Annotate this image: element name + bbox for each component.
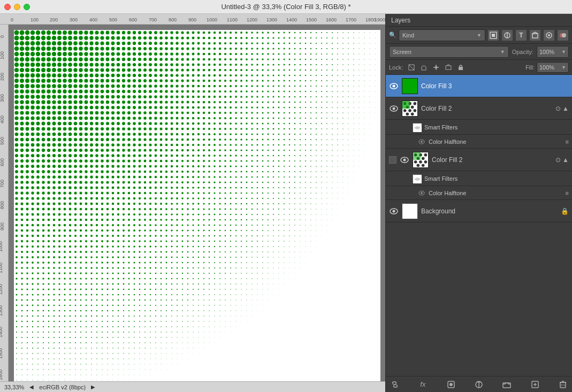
- svg-point-889: [187, 96, 189, 98]
- svg-point-802: [85, 90, 88, 94]
- svg-point-1378: [268, 134, 269, 135]
- svg-point-680: [159, 79, 163, 82]
- svg-point-874: [106, 95, 109, 98]
- svg-point-3471: [107, 332, 108, 333]
- svg-point-1381: [284, 134, 285, 135]
- svg-point-478: [170, 63, 173, 66]
- svg-point-63: [133, 31, 136, 34]
- svg-point-3107: [144, 289, 146, 290]
- svg-point-238: [342, 43, 344, 44]
- fill-input[interactable]: 100% ▼: [537, 62, 569, 73]
- svg-point-2127: [101, 197, 104, 200]
- svg-point-1550: [117, 149, 119, 151]
- svg-point-398: [106, 58, 110, 62]
- svg-point-58: [106, 31, 110, 35]
- svg-point-1018: [149, 106, 152, 109]
- type-filter-btn[interactable]: T: [515, 29, 527, 41]
- svg-point-610: [149, 74, 152, 77]
- svg-point-1542: [74, 149, 77, 152]
- status-arrow-left[interactable]: ◀: [29, 384, 34, 390]
- layer-color-fill-2-b[interactable]: Color Fill 2 ⊙ ▲: [386, 149, 572, 171]
- new-layer-btn[interactable]: [529, 379, 541, 390]
- lock-image-btn[interactable]: [418, 62, 429, 73]
- filter-options-icon-b[interactable]: ≡: [566, 190, 569, 196]
- lock-transparent-btn[interactable]: [406, 62, 417, 73]
- svg-point-881: [143, 95, 147, 98]
- svg-point-125: [100, 36, 104, 40]
- svg-point-787: [370, 86, 370, 87]
- smart-object-icon-b: ⊙: [555, 156, 561, 164]
- svg-point-2065: [106, 192, 109, 195]
- svg-point-1569: [219, 149, 221, 151]
- svg-point-1362: [181, 133, 184, 136]
- layer-link-btn[interactable]: [389, 379, 401, 390]
- opacity-input[interactable]: 100% ▼: [537, 46, 569, 58]
- svg-point-324: [73, 52, 78, 56]
- blend-mode-dropdown[interactable]: Screen ▼: [389, 46, 509, 58]
- halftone-visibility-b[interactable]: [418, 189, 425, 197]
- adjustment-filter-btn[interactable]: [501, 29, 513, 41]
- svg-point-495: [262, 64, 263, 65]
- status-arrow-right[interactable]: ▶: [91, 384, 95, 390]
- svg-point-1145: [101, 117, 104, 120]
- svg-point-494: [256, 64, 258, 65]
- svg-point-1547: [101, 149, 104, 152]
- close-button[interactable]: [4, 4, 11, 10]
- svg-point-2668: [112, 245, 114, 248]
- lock-position-btn[interactable]: [431, 62, 441, 73]
- filter-options-icon-a[interactable]: ≡: [566, 139, 569, 145]
- expand-icon-b[interactable]: ▲: [562, 156, 569, 164]
- smartobject-filter-btn[interactable]: [543, 29, 555, 41]
- svg-point-3584: [80, 348, 81, 349]
- svg-point-2857: [225, 262, 226, 263]
- svg-point-3208: [155, 299, 156, 301]
- maximize-button[interactable]: [24, 4, 30, 10]
- layer-checkbox-b[interactable]: [389, 156, 396, 164]
- delete-layer-btn[interactable]: [557, 379, 569, 390]
- layer-background[interactable]: Background 🔒: [386, 200, 572, 222]
- layer-mask-btn[interactable]: [445, 379, 457, 390]
- minimize-button[interactable]: [14, 4, 20, 10]
- svg-point-3737: [21, 374, 22, 375]
- svg-point-770: [278, 86, 280, 87]
- layer-visibility-color-fill-2-b[interactable]: [400, 155, 409, 165]
- layer-visibility-color-fill-3[interactable]: [389, 81, 399, 91]
- color-filter-btn[interactable]: [557, 29, 569, 41]
- svg-point-1116: [310, 112, 311, 113]
- pixel-filter-btn[interactable]: [487, 29, 499, 41]
- layer-fx-btn[interactable]: fx: [417, 379, 429, 390]
- svg-point-1053: [337, 107, 338, 108]
- svg-point-2489: [85, 229, 87, 232]
- halftone-visibility-a[interactable]: [418, 138, 425, 145]
- svg-point-2218: [257, 203, 258, 204]
- svg-point-1267: [31, 127, 35, 131]
- expand-icon-a[interactable]: ▲: [562, 105, 569, 112]
- svg-point-321: [57, 52, 62, 56]
- svg-point-2307: [74, 213, 77, 216]
- layer-color-fill-3[interactable]: Color Fill 3: [386, 75, 572, 97]
- svg-point-3406: [220, 321, 220, 322]
- svg-point-1074: [85, 111, 88, 115]
- layer-group-btn[interactable]: [501, 379, 513, 390]
- canvas-viewport[interactable]: [9, 25, 385, 381]
- layer-color-fill-2-a[interactable]: Color Fill 2 ⊙ ▲: [386, 97, 572, 120]
- svg-point-2334: [219, 214, 221, 216]
- svg-point-2037: [294, 187, 295, 188]
- svg-point-130: [127, 36, 131, 40]
- svg-point-2747: [230, 251, 231, 252]
- layer-visibility-color-fill-2-a[interactable]: [389, 104, 399, 113]
- lock-artboard-btn[interactable]: [443, 62, 454, 73]
- svg-point-1714: [289, 160, 290, 162]
- svg-point-2958: [182, 273, 183, 274]
- lock-all-btn[interactable]: [455, 62, 466, 73]
- svg-point-796: [52, 89, 56, 93]
- layer-visibility-background[interactable]: [389, 206, 399, 216]
- kind-dropdown[interactable]: Kind ▼: [399, 29, 485, 41]
- svg-point-3159: [155, 294, 156, 295]
- svg-point-779: [326, 86, 327, 87]
- shape-filter-btn[interactable]: [529, 29, 541, 41]
- svg-point-267: [133, 47, 136, 50]
- layer-adjustment-btn[interactable]: [473, 379, 485, 390]
- svg-point-586: [20, 73, 24, 78]
- layers-list[interactable]: Color Fill 3: [386, 75, 572, 376]
